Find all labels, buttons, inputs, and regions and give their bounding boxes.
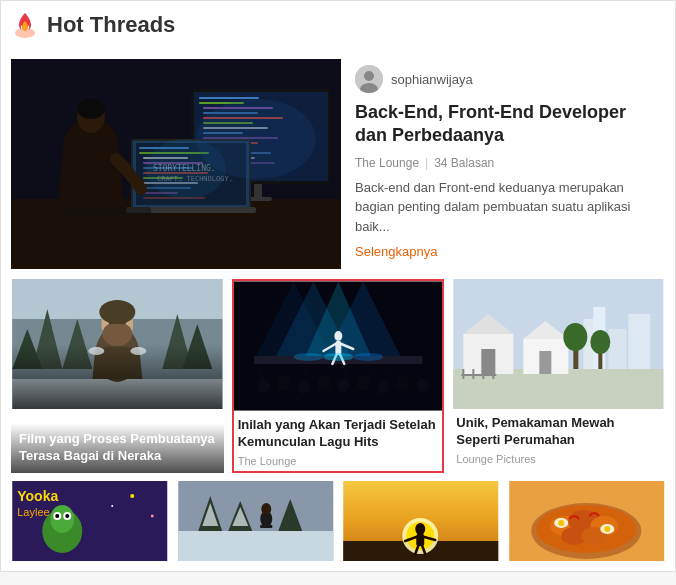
svg-point-118 [65, 514, 69, 518]
svg-point-47 [364, 71, 374, 81]
svg-point-150 [604, 526, 610, 532]
featured-section: STORYTELLING. CRAFT. TECHNOLOGY. [11, 59, 665, 269]
svg-point-77 [377, 380, 389, 394]
read-more-link[interactable]: Selengkapnya [355, 244, 661, 259]
grid-category-2: The Lounge [238, 455, 439, 467]
grid-title-3: Unik, Pemakaman Mewah Seperti Perumahan [456, 415, 661, 449]
grid-category-3: Lounge Pictures [456, 453, 661, 465]
svg-rect-128 [260, 525, 272, 528]
featured-scene: STORYTELLING. CRAFT. TECHNOLOGY. [11, 59, 341, 269]
page-title: Hot Threads [47, 12, 175, 38]
svg-point-73 [297, 380, 309, 394]
svg-point-121 [130, 494, 134, 498]
featured-image[interactable]: STORYTELLING. CRAFT. TECHNOLOGY. [11, 59, 341, 269]
svg-point-79 [416, 379, 428, 393]
svg-rect-93 [609, 329, 627, 369]
svg-rect-94 [629, 314, 651, 369]
svg-point-76 [356, 375, 370, 391]
grid-title-1: Film yang Proses Pembuatanya Terasa Baga… [19, 431, 216, 465]
svg-rect-66 [335, 341, 341, 355]
thumb-item-2[interactable] [177, 481, 335, 561]
svg-rect-102 [540, 351, 552, 374]
svg-rect-62 [12, 279, 222, 409]
svg-point-42 [77, 99, 105, 119]
grid-item-2[interactable]: Inilah yang Akan Terjadi Setelah Kemuncu… [232, 279, 445, 473]
grid-title-2: Inilah yang Akan Terjadi Setelah Kemuncu… [238, 417, 439, 451]
author-name: sophianwijaya [391, 72, 473, 87]
widget-header: Hot Threads [11, 11, 665, 47]
third-row: Yooka Laylee [11, 481, 665, 561]
svg-point-127 [261, 503, 271, 515]
thumb-item-4[interactable] [508, 481, 666, 561]
svg-text:Yooka: Yooka [17, 488, 58, 504]
author-row: sophianwijaya [355, 65, 661, 93]
svg-text:Laylee: Laylee [17, 506, 49, 518]
grid-caption-3: Unik, Pemakaman Mewah Seperti Perumahan … [452, 409, 665, 469]
bottom-grid: Film yang Proses Pembuatanya Terasa Baga… [11, 279, 665, 473]
svg-point-89 [323, 353, 353, 361]
svg-point-148 [558, 520, 564, 526]
grid-item-1[interactable]: Film yang Proses Pembuatanya Terasa Baga… [11, 279, 224, 473]
concert-image [234, 281, 443, 411]
featured-info: sophianwijaya Back-End, Front-End Develo… [351, 59, 665, 269]
thumb-item-3[interactable] [342, 481, 500, 561]
svg-point-90 [353, 353, 383, 361]
svg-rect-107 [462, 374, 497, 376]
svg-point-123 [111, 505, 113, 507]
cemetery-image [452, 279, 665, 409]
svg-point-111 [591, 330, 611, 354]
svg-rect-125 [178, 531, 333, 561]
featured-category: The Lounge [355, 156, 419, 170]
svg-rect-6 [199, 97, 259, 99]
svg-point-78 [396, 376, 410, 392]
svg-rect-134 [416, 534, 424, 546]
grid-caption-2: Inilah yang Akan Terjadi Setelah Kemuncu… [234, 411, 443, 471]
svg-point-117 [55, 514, 59, 518]
svg-point-122 [151, 514, 154, 517]
svg-point-74 [316, 376, 330, 392]
svg-point-65 [334, 331, 342, 341]
grid-item-3[interactable]: Unik, Pemakaman Mewah Seperti Perumahan … [452, 279, 665, 473]
svg-point-71 [258, 379, 270, 393]
svg-point-72 [276, 375, 290, 391]
featured-title[interactable]: Back-End, Front-End Developer dan Perbed… [355, 101, 661, 148]
fire-icon [11, 11, 39, 39]
hot-threads-widget: Hot Threads [0, 0, 676, 572]
overlay-caption-1: Film yang Proses Pembuatanya Terasa Baga… [11, 423, 224, 473]
featured-replies: 34 Balasan [434, 156, 494, 170]
svg-point-88 [293, 353, 323, 361]
revenant-image [11, 279, 224, 409]
meta-separator: | [425, 156, 428, 170]
avatar [355, 65, 383, 93]
svg-rect-21 [254, 184, 262, 199]
svg-point-114 [50, 505, 74, 533]
svg-point-133 [415, 523, 425, 535]
svg-point-75 [337, 379, 349, 393]
svg-rect-43 [61, 207, 151, 215]
svg-point-109 [564, 323, 588, 351]
svg-point-45 [146, 139, 226, 199]
featured-excerpt: Back-end dan Front-end keduanya merupaka… [355, 178, 661, 237]
featured-meta: The Lounge | 34 Balasan [355, 156, 661, 170]
thumb-item-1[interactable]: Yooka Laylee [11, 481, 169, 561]
